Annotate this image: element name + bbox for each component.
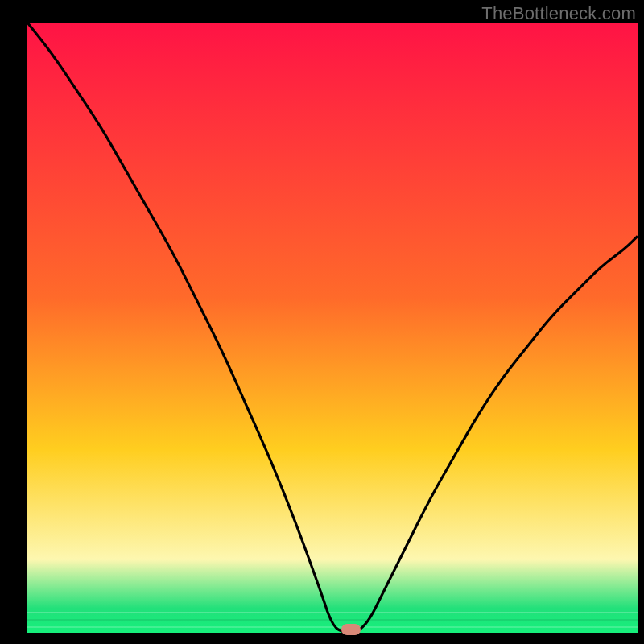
watermark-text: TheBottleneck.com <box>481 3 636 24</box>
optimum-marker <box>341 624 361 635</box>
chart-root: TheBottleneck.com <box>0 0 644 644</box>
plot-area <box>27 23 638 633</box>
curve-path <box>27 23 638 633</box>
bottleneck-curve <box>27 23 638 633</box>
